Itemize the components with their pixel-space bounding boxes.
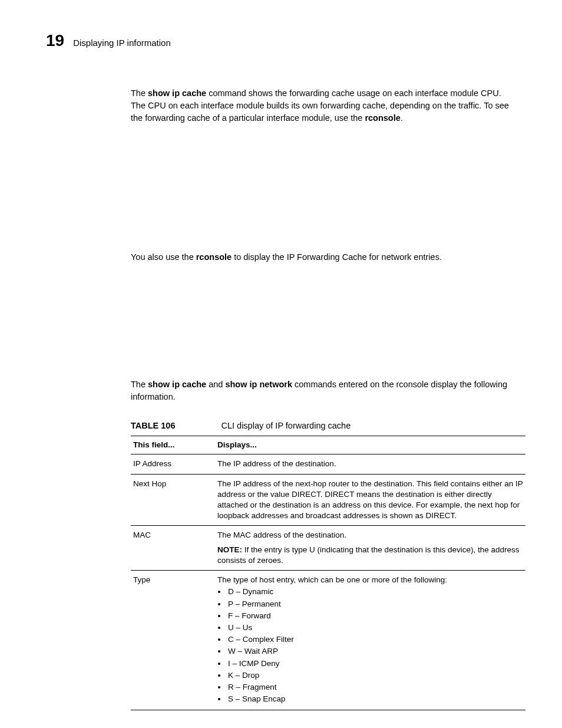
cell-displays: The IP address of the destination. [215,454,525,474]
cell-displays: The type of host entry, which can be one… [215,571,525,710]
cell-field: IP Address [131,454,215,474]
text: The [131,380,148,389]
table-label: TABLE 106 [131,420,175,432]
text: The [131,88,148,98]
text: The MAC address of the destination. [217,531,346,539]
text: The type of host entry, which can be one… [217,575,523,585]
type-list: D – Dynamic P – Permanent F – Forward U … [227,587,523,704]
list-item: I – ICMP Deny [227,658,523,669]
cell-field: MAC [131,526,215,571]
table-header-row: This field... Displays... [131,436,525,454]
table-caption: TABLE 106 CLI display of IP forwarding c… [131,420,516,432]
document-page: 19 Displaying IP information The show ip… [0,0,562,728]
col-head-displays: Displays... [215,436,525,454]
text: . [401,113,403,123]
paragraph-1: The show ip cache command shows the forw… [131,87,516,124]
paragraph-2: You also use the rconsole to display the… [131,251,516,263]
command-name: show ip cache [148,88,206,98]
table-row: Type The type of host entry, which can b… [131,571,525,710]
list-item: F – Forward [227,611,523,621]
list-item: R – Fragment [227,682,523,693]
text: and [206,380,225,389]
table-row: Next Hop The IP address of the next-hop … [131,474,525,526]
list-item: K – Drop [227,670,523,681]
col-head-field: This field... [131,436,215,454]
cell-field: Next Hop [131,474,215,526]
table-row: MAC The MAC address of the destination. … [131,526,525,571]
list-item: W – Wait ARP [227,646,523,657]
note: NOTE: If the entry is type U (indicating… [217,545,523,566]
command-name: show ip network [225,380,292,389]
list-item: D – Dynamic [227,587,523,597]
cell-displays: The MAC address of the destination. NOTE… [215,526,525,571]
paragraph-3: The show ip cache and show ip network co… [131,378,516,710]
section-title: Displaying IP information [73,38,171,48]
cell-displays: The IP address of the next-hop router to… [215,474,525,526]
list-item: P – Permanent [227,599,523,610]
chapter-number: 19 [46,32,64,49]
note-text: If the entry is type U (indicating that … [217,545,520,565]
cell-field: Type [131,571,215,710]
list-item: C – Complex Filter [227,634,523,645]
table-row: IP Address The IP address of the destina… [131,454,525,474]
note-label: NOTE: [217,545,244,554]
command-name: show ip cache [148,380,206,389]
text: to display the IP Forwarding Cache for n… [232,252,442,262]
table-caption-text: CLI display of IP forwarding cache [221,420,351,432]
command-name: rconsole [196,252,232,262]
list-item: U – Us [227,622,523,633]
text: You also use the [131,252,196,262]
list-item: S – Snap Encap [227,694,523,704]
page-header: 19 Displaying IP information [46,32,516,49]
ip-forwarding-cache-table: This field... Displays... IP Address The… [131,436,525,710]
command-name: rconsole [365,113,400,123]
